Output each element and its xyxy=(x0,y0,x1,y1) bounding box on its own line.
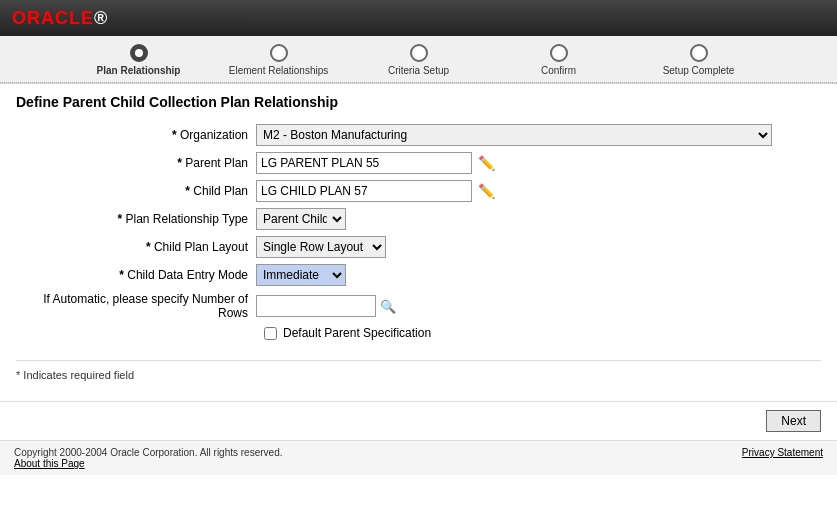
num-rows-search-icon[interactable]: 🔍 xyxy=(380,299,396,314)
num-rows-label-text: If Automatic, please specify Number of R… xyxy=(43,292,248,320)
num-rows-control: 🔍 xyxy=(256,295,396,317)
org-control: M2 - Boston Manufacturing xyxy=(256,124,772,146)
parent-plan-star: * xyxy=(177,156,182,170)
child-layout-star: * xyxy=(146,240,151,254)
child-layout-control: Single Row Layout xyxy=(256,236,386,258)
step-label-5: Setup Complete xyxy=(663,65,735,76)
rel-type-label: * Plan Relationship Type xyxy=(16,212,256,226)
oracle-logo: ORACLE® xyxy=(12,8,108,29)
page-title: Define Parent Child Collection Plan Rela… xyxy=(16,94,821,110)
main-content: Define Parent Child Collection Plan Rela… xyxy=(0,84,837,391)
org-required-star: * xyxy=(172,128,177,142)
step-circle-1 xyxy=(130,44,148,62)
data-entry-select[interactable]: Immediate xyxy=(256,264,346,286)
rel-type-star: * xyxy=(117,212,122,226)
footer-right: Privacy Statement xyxy=(742,447,823,458)
child-layout-row: * Child Plan Layout Single Row Layout xyxy=(16,236,821,258)
child-plan-label-text: Child Plan xyxy=(193,184,248,198)
data-entry-control: Immediate xyxy=(256,264,346,286)
step-label-2: Element Relationships xyxy=(229,65,329,76)
next-button[interactable]: Next xyxy=(766,410,821,432)
default-parent-checkbox[interactable] xyxy=(264,327,277,340)
default-parent-label: Default Parent Specification xyxy=(283,326,431,340)
step-label-3: Criteria Setup xyxy=(388,65,449,76)
child-layout-label-text: Child Plan Layout xyxy=(154,240,248,254)
default-parent-row: Default Parent Specification xyxy=(264,326,821,340)
parent-plan-row: * Parent Plan ✏️ xyxy=(16,152,821,174)
step-label-4: Confirm xyxy=(541,65,576,76)
org-label: * Organization xyxy=(16,128,256,142)
child-plan-label: * Child Plan xyxy=(16,184,256,198)
privacy-link[interactable]: Privacy Statement xyxy=(742,447,823,458)
footer-left: Copyright 2000-2004 Oracle Corporation. … xyxy=(14,447,282,469)
parent-plan-label-text: Parent Plan xyxy=(185,156,248,170)
copyright-text: Copyright 2000-2004 Oracle Corporation. … xyxy=(14,447,282,458)
parent-plan-control: ✏️ xyxy=(256,152,495,174)
required-note: * Indicates required field xyxy=(16,360,821,381)
oracle-text: ORACLE xyxy=(12,8,94,28)
step-plan-relationship[interactable]: Plan Relationship xyxy=(69,44,209,76)
about-link[interactable]: About this Page xyxy=(14,458,85,469)
rel-type-control: Parent Child xyxy=(256,208,346,230)
rel-type-label-text: Plan Relationship Type xyxy=(125,212,248,226)
org-row: * Organization M2 - Boston Manufacturing xyxy=(16,124,821,146)
wizard-bar: Plan Relationship Element Relationships … xyxy=(0,36,837,84)
data-entry-label: * Child Data Entry Mode xyxy=(16,268,256,282)
parent-plan-input[interactable] xyxy=(256,152,472,174)
page-footer: Copyright 2000-2004 Oracle Corporation. … xyxy=(0,440,837,475)
parent-plan-label: * Parent Plan xyxy=(16,156,256,170)
step-circle-5 xyxy=(690,44,708,62)
button-bar: Next xyxy=(0,401,837,440)
child-plan-row: * Child Plan ✏️ xyxy=(16,180,821,202)
app-header: ORACLE® xyxy=(0,0,837,36)
step-circle-2 xyxy=(270,44,288,62)
wizard-steps: Plan Relationship Element Relationships … xyxy=(69,44,769,76)
step-label-1: Plan Relationship xyxy=(97,65,181,76)
step-confirm[interactable]: Confirm xyxy=(489,44,629,76)
num-rows-row: If Automatic, please specify Number of R… xyxy=(16,292,821,320)
parent-plan-search-icon[interactable]: ✏️ xyxy=(478,155,495,171)
org-select[interactable]: M2 - Boston Manufacturing xyxy=(256,124,772,146)
step-element-relationships[interactable]: Element Relationships xyxy=(209,44,349,76)
rel-type-row: * Plan Relationship Type Parent Child xyxy=(16,208,821,230)
step-circle-3 xyxy=(410,44,428,62)
wizard-separator xyxy=(0,82,837,83)
child-layout-select[interactable]: Single Row Layout xyxy=(256,236,386,258)
data-entry-row: * Child Data Entry Mode Immediate xyxy=(16,264,821,286)
child-plan-input[interactable] xyxy=(256,180,472,202)
step-circle-4 xyxy=(550,44,568,62)
child-plan-star: * xyxy=(185,184,190,198)
rel-type-select[interactable]: Parent Child xyxy=(256,208,346,230)
org-label-text: Organization xyxy=(180,128,248,142)
num-rows-label: If Automatic, please specify Number of R… xyxy=(16,292,256,320)
child-plan-control: ✏️ xyxy=(256,180,495,202)
data-entry-label-text: Child Data Entry Mode xyxy=(127,268,248,282)
step-criteria-setup[interactable]: Criteria Setup xyxy=(349,44,489,76)
step-setup-complete[interactable]: Setup Complete xyxy=(629,44,769,76)
num-rows-input[interactable] xyxy=(256,295,376,317)
child-plan-search-icon[interactable]: ✏️ xyxy=(478,183,495,199)
child-layout-label: * Child Plan Layout xyxy=(16,240,256,254)
data-entry-star: * xyxy=(119,268,124,282)
